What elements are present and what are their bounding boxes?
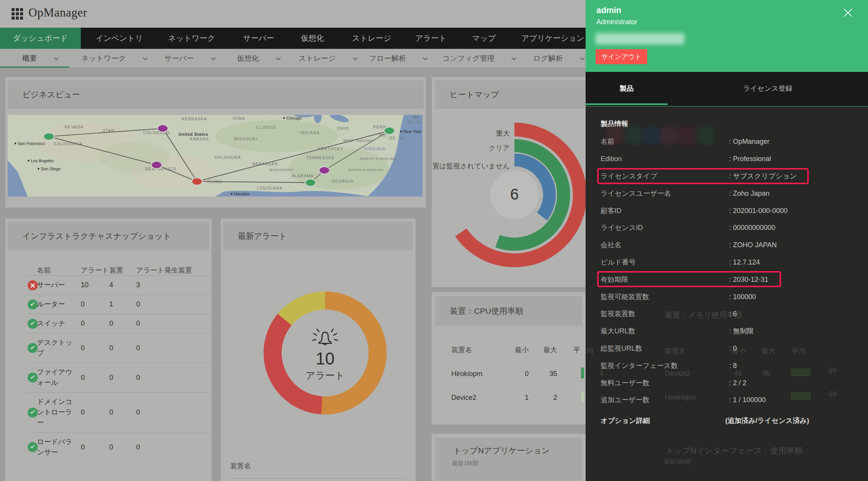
subnav-item-label: ログ解析 [533,53,563,63]
widget-heatmap: ヒートマップ 重大クリア置は監視されていません 6 [432,77,586,287]
widget-title: 装置：CPU使用率順 [450,306,523,316]
cpu-column-header: 平 [557,345,584,355]
field-label: 顧客ID [601,206,621,215]
main-nav-tab-7[interactable]: マップ [472,28,496,49]
field-label: 最大URL数 [601,326,635,336]
subnav-item-label: ストレージ [299,53,336,63]
field-value: : サブスクリプション [729,171,797,181]
chevron-down-icon [511,55,516,60]
map-device-node-purple[interactable] [157,125,168,132]
table-row[interactable]: Hirokiopm035 [451,369,586,378]
field-label: 名前 [601,137,614,146]
subnav-item-6[interactable]: コンフィグ管理 [442,49,516,68]
map-device-node-red[interactable] [192,178,202,185]
map-device-node-purple[interactable] [151,161,162,169]
table-cell: 0 [81,407,109,418]
license-field-row-11: 最大URL数: 無制限 [586,323,868,340]
table-cell: ルーター [37,299,81,310]
table-row[interactable]: スイッチ000 [28,314,209,333]
map-state-label: ARKANSAS [252,162,278,166]
widget-title-bar: インフラストラクチャスナップショット [8,222,209,250]
field-value: : 8 [729,361,737,369]
us-map[interactable]: NEBRASKAIOWAILLINOISINDIANAOHIOPENNMACTR… [8,115,422,196]
widget-title-bar: 最新アラート [223,222,413,250]
widget-topn-apps: トップNアプリケーション 最新1時間 [432,434,586,481]
license-field-row-4: 顧客ID: 202001-000-0000 [586,202,868,219]
infra-table-header: 名前アラート装置アラート発生装置 [28,265,209,275]
divider [230,478,406,479]
field-label: ライセンスID [601,223,643,232]
map-device-node-green[interactable] [43,133,54,140]
table-row[interactable]: デスクトップ000 [28,333,209,363]
main-nav-tab-0[interactable]: ダッシュボード [0,28,81,49]
field-value: : 1 / 100000 [729,396,766,404]
subnav-item-2[interactable]: サーバー [164,49,215,68]
widget-subtitle: 最新1時間 [452,460,478,467]
table-row[interactable]: サーバー1043 [28,275,209,295]
options-row: オプション詳細 (追加済み/ライセンス済み) [586,416,868,424]
main-nav-tab-2[interactable]: ネットワーク [168,28,215,49]
chevron-down-icon [54,55,59,60]
table-row[interactable]: Device212 [451,393,586,402]
map-state-label: TENNESSEE [306,156,335,160]
map-state-label: TEXAS [207,180,222,184]
field-label: 総監視URL数 [601,344,642,353]
map-city-label: Chicago [286,116,302,120]
map-state-label: NORTH CAROLINA [360,157,396,161]
table-cell: 0 [81,299,109,310]
table-cell: 10 [81,280,109,290]
map-device-node-purple[interactable] [319,166,330,174]
map-state-label: VIRGINIA [364,147,386,151]
table-row[interactable]: ドメインコントローラー000 [28,392,209,432]
license-field-row-0: 名前: OpManager [586,133,868,150]
map-state-label: LOUISIANA [257,186,283,190]
main-nav-tab-3[interactable]: サーバー [243,28,274,49]
license-field-row-8: 有効期限: 2030-12-31 [586,271,868,288]
table-cell: 3 [136,280,194,290]
widget-cpu-usage: 装置：CPU使用率順 装置名最小最大平 Hirokiopm035Device21… [432,292,586,424]
subnav-item-1[interactable]: ネットワーク [81,49,147,68]
subnav-item-7[interactable]: ログ解析 [533,49,584,68]
main-nav-tab-5[interactable]: ストレージ [352,28,391,49]
main-nav-tab-1[interactable]: インベントリ [96,28,143,49]
license-field-row-1: Edition: Professional [586,150,868,168]
map-state-label: IOWA [233,117,245,121]
table-cell: 35 [529,369,557,378]
table-row[interactable]: ファイアウォール000 [28,363,209,392]
chevron-down-icon [580,55,585,60]
subnav-item-0[interactable]: 概要 [22,49,58,68]
table-cell: 2 [529,393,557,402]
tab-product[interactable]: 製品 [586,72,668,105]
alerts-donut-chart[interactable]: 10 アラート [264,291,387,414]
alerts-count-label: アラート [305,369,345,382]
table-cell: 0 [136,299,194,310]
status-ok-icon [28,373,38,383]
widget-title: トップNアプリケーション [453,445,550,456]
field-label: 監視装置数 [601,309,635,318]
tab-license-register[interactable]: ライセンス登録 [668,72,868,105]
main-nav-tab-6[interactable]: アラート [415,28,446,49]
map-device-node-green[interactable] [305,179,316,186]
close-icon[interactable] [842,7,854,19]
table-row[interactable]: ルーター010 [28,295,209,314]
license-field-row-2: ライセンスタイプ: サブスクリプション [586,168,868,185]
widget-latest-alerts: 最新アラート 10 アラート 装置名 [221,218,416,481]
table-row[interactable]: ロードバランサー000 [28,432,209,462]
subnav-item-label: コンフィグ管理 [442,53,494,63]
chevron-down-icon [276,55,281,60]
chevron-down-icon [211,55,216,60]
options-value: (追加済み/ライセンス済み) [725,416,809,424]
license-field-row-5: ライセンスID: 00000000000 [586,219,868,236]
main-nav-tab-8[interactable]: アプリケーション [521,28,584,49]
infra-column-header: 名前 [37,265,81,275]
main-nav-tab-4[interactable]: 仮想化 [301,28,324,49]
subnav-item-3[interactable]: 仮想化 [237,49,280,68]
infra-column-header: 装置 [109,265,136,275]
subnav-item-5[interactable]: フロー解析 [369,49,427,68]
signout-button[interactable]: サインアウト [596,49,647,64]
field-value: : Professional [729,155,771,163]
map-device-node-green[interactable] [384,127,395,135]
subnav-item-4[interactable]: ストレージ [299,49,357,68]
field-label: 無料ユーザー数 [601,378,649,388]
apps-grid-icon[interactable] [12,8,23,20]
